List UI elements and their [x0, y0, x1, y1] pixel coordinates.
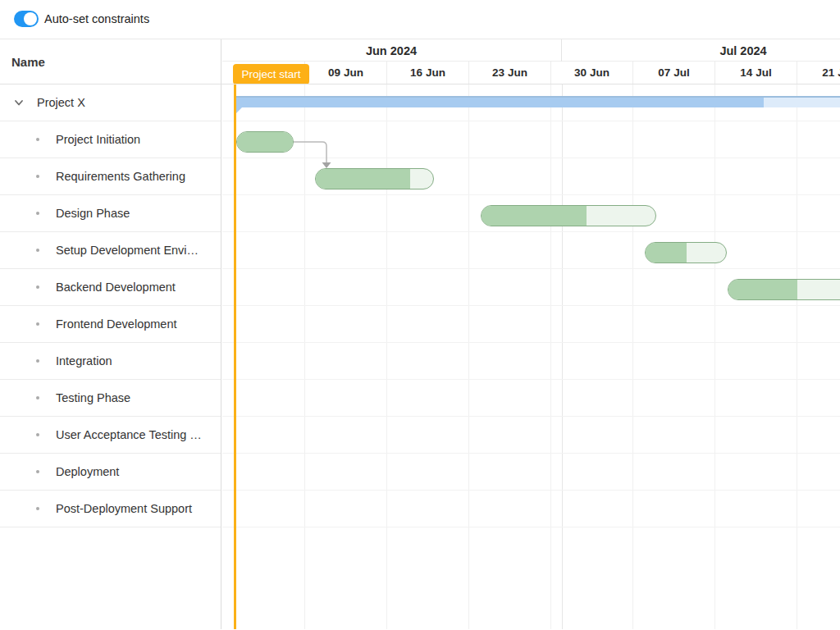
- parent-bar-start-cap: [236, 107, 242, 113]
- week-header-cell: 16 Jun: [386, 62, 468, 84]
- project-start-badge: Project start: [233, 64, 309, 84]
- task-bullet-icon: [36, 212, 39, 215]
- row-gridline: [222, 490, 840, 491]
- week-header-label: 23 Jun: [492, 66, 527, 79]
- week-header-cell: 30 Jun: [550, 62, 632, 84]
- task-name-label: Project X: [37, 96, 85, 109]
- task-bullet-icon: [36, 175, 39, 178]
- task-bullet-icon: [36, 322, 39, 326]
- task-row[interactable]: Frontend Development: [0, 306, 221, 343]
- task-bar[interactable]: [236, 131, 294, 153]
- task-name-label: Testing Phase: [56, 391, 130, 404]
- task-bullet-icon: [36, 507, 39, 510]
- row-gridline: [222, 379, 840, 380]
- task-row[interactable]: Post-Deployment Support: [0, 491, 221, 527]
- task-row[interactable]: Backend Development: [0, 269, 221, 306]
- task-row[interactable]: Requirements Gathering: [0, 158, 221, 195]
- task-row[interactable]: Integration: [0, 343, 221, 380]
- gantt-app: Auto-set constraints Name Jun 2024 Jul 2…: [0, 0, 840, 630]
- task-bar[interactable]: [645, 242, 727, 263]
- task-name-label: Integration: [56, 354, 112, 368]
- task-bullet-icon: [36, 285, 39, 289]
- gantt-chart-panel: [222, 84, 840, 629]
- task-bar-progress: [728, 280, 797, 299]
- week-header-label: 14 Jul: [740, 66, 771, 79]
- name-column-label: Name: [11, 55, 45, 69]
- week-header-label: 16 Jun: [410, 66, 445, 79]
- task-row[interactable]: Project X: [0, 84, 221, 121]
- timeline-header: Jun 2024 Jul 2024 09 Jun 16 Jun 23 Jun 3…: [222, 39, 840, 84]
- week-gridline: [386, 84, 387, 629]
- week-gridline: [797, 84, 797, 629]
- name-column-header[interactable]: Name: [0, 39, 221, 84]
- task-name-label: Deployment: [56, 465, 119, 478]
- week-gridline: [468, 84, 469, 629]
- task-row[interactable]: Deployment: [0, 454, 221, 491]
- month-header-row: Jun 2024 Jul 2024: [222, 39, 840, 62]
- row-gridline: [222, 342, 840, 343]
- task-row[interactable]: Testing Phase: [0, 380, 221, 417]
- month-header-jun: Jun 2024: [222, 39, 561, 62]
- task-name-label: User Acceptance Testing …: [56, 428, 202, 441]
- row-gridline: [222, 158, 840, 158]
- task-row[interactable]: Design Phase: [0, 195, 221, 232]
- task-bullet-icon: [36, 359, 39, 363]
- week-header-row: 09 Jun 16 Jun 23 Jun 30 Jun 07 Jul 14 Ju…: [222, 62, 840, 84]
- task-name-label: Design Phase: [56, 207, 130, 220]
- task-bullet-icon: [36, 433, 39, 436]
- row-gridline: [222, 268, 840, 269]
- task-row[interactable]: User Acceptance Testing …: [0, 417, 221, 454]
- row-gridline: [222, 527, 840, 527]
- task-bar[interactable]: [481, 205, 656, 226]
- header-band: Name Jun 2024 Jul 2024 09 Jun 16 Jun 23 …: [0, 39, 840, 84]
- task-name-label: Setup Development Envi…: [56, 244, 199, 257]
- task-name-label: Requirements Gathering: [56, 170, 185, 183]
- toolbar: Auto-set constraints: [0, 0, 840, 39]
- week-header-cell: 21 Jul: [797, 62, 840, 84]
- task-bar-progress: [316, 169, 410, 189]
- task-bar[interactable]: [728, 279, 840, 300]
- row-gridline: [222, 416, 840, 417]
- task-row[interactable]: Setup Development Envi…: [0, 232, 221, 269]
- task-bar-progress: [237, 132, 294, 152]
- row-gridline: [222, 453, 840, 454]
- week-header-label: 21 Jul: [822, 66, 840, 79]
- task-list-panel: Project X Project Initiation Requirement…: [0, 84, 221, 629]
- parent-task-progress: [236, 98, 764, 107]
- parent-task-bar[interactable]: [236, 96, 840, 107]
- week-gridline: [632, 84, 633, 629]
- task-bar-progress: [646, 243, 687, 262]
- week-header-label: 30 Jun: [574, 66, 609, 79]
- week-header-cell: 14 Jul: [714, 62, 797, 84]
- week-header-cell: 07 Jul: [632, 62, 714, 84]
- row-gridline: [222, 121, 840, 121]
- week-gridline: [714, 84, 715, 629]
- task-bullet-icon: [36, 470, 39, 473]
- task-row[interactable]: Project Initiation: [0, 121, 221, 158]
- task-name-label: Frontend Development: [56, 317, 177, 331]
- task-name-label: Project Initiation: [56, 133, 140, 146]
- auto-set-constraints-toggle[interactable]: [14, 11, 39, 27]
- task-bar[interactable]: [315, 168, 434, 189]
- task-bullet-icon: [36, 249, 39, 252]
- chevron-down-icon[interactable]: [11, 95, 26, 110]
- week-header-cell: 09 Jun: [304, 62, 386, 84]
- task-name-label: Post-Deployment Support: [56, 502, 192, 515]
- auto-set-constraints-label: Auto-set constraints: [44, 12, 149, 25]
- month-gridline: [562, 84, 563, 629]
- project-start-line: [234, 84, 236, 629]
- week-header-label: 07 Jul: [658, 66, 689, 79]
- row-gridline: [222, 194, 840, 195]
- body-area: Project X Project Initiation Requirement…: [0, 84, 840, 629]
- week-header-cell: 23 Jun: [468, 62, 550, 84]
- month-header-jul: Jul 2024: [561, 39, 840, 62]
- task-bullet-icon: [36, 138, 39, 141]
- row-gridline: [222, 231, 840, 232]
- toggle-knob: [24, 12, 37, 25]
- task-bullet-icon: [36, 396, 39, 399]
- task-bar-progress: [482, 206, 587, 226]
- week-header-label: 09 Jun: [328, 66, 363, 79]
- task-name-label: Backend Development: [56, 281, 176, 294]
- row-gridline: [222, 305, 840, 306]
- week-gridline: [304, 84, 305, 629]
